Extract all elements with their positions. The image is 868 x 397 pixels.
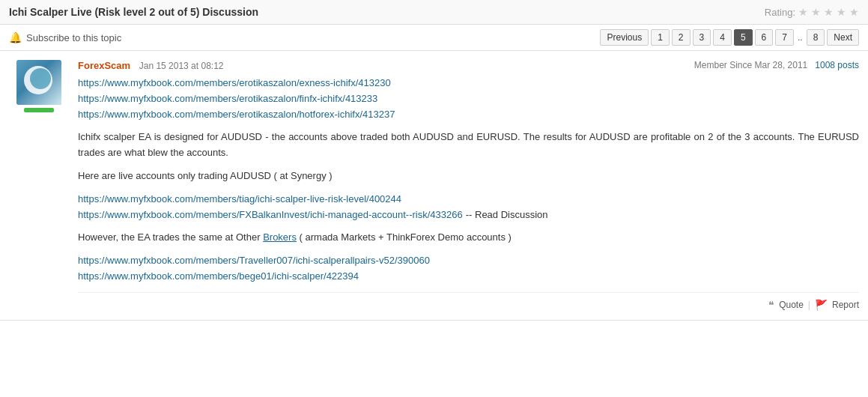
star-4-icon: ★ [837, 6, 846, 18]
link-hotforex[interactable]: https://www.myfxbook.com/members/erotika… [78, 107, 859, 123]
live-link-2-row: https://www.myfxbook.com/members/FXBalka… [78, 207, 859, 223]
read-discussion-text: -- Read Discussion [466, 209, 548, 220]
post-date: Jan 15 2013 at 08:12 [139, 61, 224, 71]
author-date-area: ForexScam Jan 15 2013 at 08:12 [78, 60, 223, 71]
subscribe-area: 🔔 Subscribe to this topic [9, 31, 121, 43]
bottom-links-section: https://www.myfxbook.com/members/Travell… [78, 253, 859, 285]
star-5-icon: ★ [849, 6, 859, 18]
page-5-button[interactable]: 5 [734, 29, 753, 46]
brokers-link[interactable]: Brokers [263, 231, 297, 243]
top-links-section: https://www.myfxbook.com/members/erotika… [78, 76, 859, 122]
post-meta: ForexScam Jan 15 2013 at 08:12 Member Si… [78, 60, 859, 71]
page-2-button[interactable]: 2 [672, 29, 691, 46]
previous-button[interactable]: Previous [600, 29, 649, 46]
quote-icon: ❝ [768, 299, 774, 311]
post-footer: ❝ Quote | 🚩 Report [78, 292, 859, 311]
report-button[interactable]: Report [832, 300, 859, 310]
pagination: Previous 1 2 3 4 5 6 7 .. 8 Next [600, 29, 859, 46]
avatar-column [9, 60, 69, 311]
bell-icon: 🔔 [9, 31, 22, 43]
member-since: Member Since Mar 28, 2011 [694, 60, 807, 70]
quote-button[interactable]: Quote [779, 300, 804, 310]
avatar-moon-shape [24, 66, 52, 94]
star-3-icon: ★ [824, 6, 834, 18]
para3-pre: However, the EA trades the same at Other [78, 231, 263, 243]
star-2-icon: ★ [811, 6, 821, 18]
toolbar: 🔔 Subscribe to this topic Previous 1 2 3… [0, 25, 868, 51]
avatar [16, 60, 61, 105]
paragraph-1: Ichifx scalper EA is designed for AUDUSD… [78, 130, 859, 161]
user-reputation-bar [24, 108, 54, 112]
page-title: Ichi Scalper Live (Risk level 2 out of 5… [9, 6, 258, 18]
post-container: ForexScam Jan 15 2013 at 08:12 Member Si… [0, 51, 868, 321]
rating-area: Rating: ★ ★ ★ ★ ★ [765, 6, 859, 18]
link-exness[interactable]: https://www.myfxbook.com/members/erotika… [78, 76, 859, 91]
link-tiag[interactable]: https://www.myfxbook.com/members/tiag/ic… [78, 192, 859, 207]
subscribe-link[interactable]: Subscribe to this topic [26, 32, 121, 43]
avatar-image [16, 60, 61, 105]
page-4-button[interactable]: 4 [713, 29, 732, 46]
link-fxbalkan[interactable]: https://www.myfxbook.com/members/FXBalka… [78, 207, 463, 223]
page-6-button[interactable]: 6 [755, 29, 774, 46]
paragraph-2: Here are live accounts only trading AUDU… [78, 169, 859, 184]
link-traveller[interactable]: https://www.myfxbook.com/members/Travell… [78, 253, 859, 269]
post-author-link[interactable]: ForexScam [78, 60, 130, 71]
next-button[interactable]: Next [827, 29, 859, 46]
footer-separator: | [808, 300, 810, 310]
live-links-section: https://www.myfxbook.com/members/tiag/ic… [78, 192, 859, 223]
page-8-button[interactable]: 8 [807, 29, 825, 46]
page-3-button[interactable]: 3 [693, 29, 711, 46]
link-finfx[interactable]: https://www.myfxbook.com/members/erotika… [78, 91, 859, 107]
page-1-button[interactable]: 1 [651, 29, 670, 46]
member-info: Member Since Mar 28, 2011 1008 posts [694, 60, 859, 70]
page-7-button[interactable]: 7 [775, 29, 794, 46]
star-1-icon: ★ [798, 6, 808, 18]
report-icon: 🚩 [815, 299, 828, 311]
link-bege01[interactable]: https://www.myfxbook.com/members/bege01/… [78, 269, 859, 285]
rating-label: Rating: [765, 7, 795, 18]
post-content: ForexScam Jan 15 2013 at 08:12 Member Si… [78, 60, 859, 311]
page-dots: .. [796, 30, 804, 45]
member-posts-link[interactable]: 1008 posts [815, 60, 859, 70]
page-header: Ichi Scalper Live (Risk level 2 out of 5… [0, 0, 868, 25]
paragraph-3: However, the EA trades the same at Other… [78, 230, 859, 246]
para3-post: ( armada Markets + ThinkForex Demo accou… [297, 231, 512, 243]
